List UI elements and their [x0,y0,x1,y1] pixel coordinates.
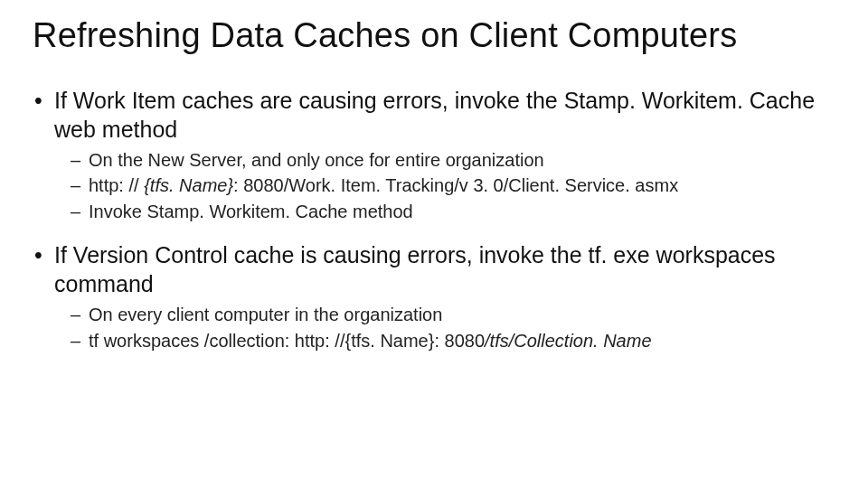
sub-strong: Stamp. Workitem. Cache [146,202,347,221]
sub-list: On the New Server, and only once for ent… [71,147,837,224]
bullet-text: If Work Item caches are causing errors, … [54,88,564,113]
sub-italic: /tfs/Collection. Name [485,331,652,351]
bullet-item: If Work Item caches are causing errors, … [31,86,837,224]
sub-text: http: // [89,175,144,195]
sub-list: On every client computer in the organiza… [71,302,837,353]
sub-strong: every [118,305,162,324]
bullet-text: If Version Control cache is causing erro… [54,242,589,267]
sub-text: On [89,305,118,324]
sub-text: client computer in the organization [162,305,442,324]
bullet-item: If Version Control cache is causing erro… [31,240,837,353]
sub-item: tf workspaces /collection: http: //{tfs.… [71,328,837,353]
bullet-strong: tf. exe workspaces [589,242,776,267]
sub-text: method [347,202,412,221]
bullet-strong: Stamp. Workitem. Cache [564,88,815,113]
sub-text: tf workspaces /collection: http: // [89,331,344,351]
bullet-text: command [54,271,154,296]
bullet-text: web method [54,117,177,142]
bullet-list: If Work Item caches are causing errors, … [31,86,837,353]
sub-text: : 8080/Work. Item. Tracking/v 3. 0/Clien… [233,175,678,195]
sub-text: Invoke [89,202,146,221]
sub-text: {tfs. Name}: 8080 [344,331,485,351]
sub-text: On the New Server, and only once for ent… [89,150,544,170]
sub-item: http: // {tfs. Name}: 8080/Work. Item. T… [71,173,837,198]
sub-item: Invoke Stamp. Workitem. Cache method [71,199,837,224]
slide-title: Refreshing Data Caches on Client Compute… [33,16,837,55]
sub-italic: {tfs. Name} [144,175,233,195]
slide: Refreshing Data Caches on Client Compute… [0,0,868,353]
sub-item: On every client computer in the organiza… [71,302,837,327]
sub-item: On the New Server, and only once for ent… [71,147,837,173]
